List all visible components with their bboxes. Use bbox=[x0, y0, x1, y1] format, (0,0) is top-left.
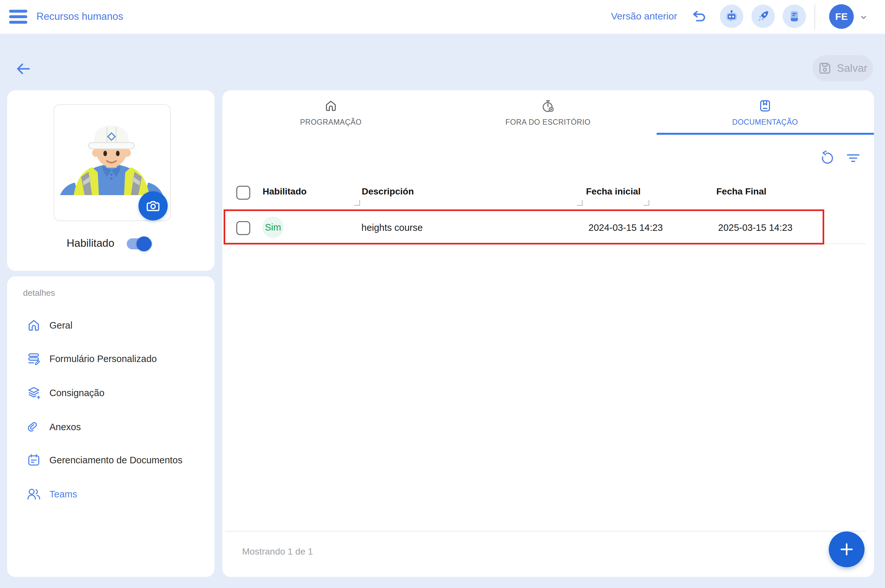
select-all-checkbox[interactable] bbox=[236, 186, 250, 200]
tab-fora-do-escritorio[interactable]: FORA DO ESCRITÓRIO bbox=[439, 90, 656, 134]
page-title: Recursos humanos bbox=[36, 11, 123, 22]
camera-icon bbox=[146, 198, 161, 213]
column-resize-handle[interactable] bbox=[354, 200, 360, 206]
tab-documentacao[interactable]: DOCUMENTAÇÃO bbox=[656, 90, 874, 134]
sidebar-item-gerenciamento-de-documentos[interactable]: Gerenciamento de Documentos bbox=[7, 444, 215, 476]
timer-off-icon bbox=[540, 98, 555, 113]
previous-version-link[interactable]: Versão anterior bbox=[611, 11, 677, 22]
sidebar-item-anexos[interactable]: Anexos bbox=[7, 411, 215, 442]
main-panel: PROGRAMAÇÃO FORA DO ESCRITÓRIO DOCUMENTA… bbox=[222, 90, 874, 577]
sidebar-item-label: Geral bbox=[50, 320, 72, 331]
people-icon bbox=[26, 486, 42, 502]
profile-card: Habilitado bbox=[7, 90, 215, 271]
sidebar-item-geral[interactable]: Geral bbox=[7, 310, 215, 341]
topbar-divider bbox=[814, 4, 815, 29]
bookmark-book-icon bbox=[758, 98, 772, 113]
row-highlight-annotation bbox=[224, 209, 824, 244]
add-document-button[interactable] bbox=[829, 531, 864, 567]
paperclip-icon bbox=[26, 419, 42, 435]
save-button[interactable]: Salvar bbox=[813, 55, 873, 81]
tab-label: FORA DO ESCRITÓRIO bbox=[506, 118, 590, 127]
notebook-icon bbox=[787, 9, 801, 23]
docs-button[interactable] bbox=[783, 4, 806, 28]
details-card: detalhes Geral Formulário Personalizado bbox=[7, 276, 215, 577]
enabled-toggle-knob[interactable] bbox=[137, 236, 152, 251]
sidebar-item-label: Formulário Personalizado bbox=[50, 354, 157, 364]
back-arrow-icon[interactable] bbox=[15, 60, 32, 77]
change-photo-button[interactable] bbox=[138, 191, 168, 220]
refresh-icon[interactable] bbox=[820, 150, 835, 165]
top-bar: Recursos humanos Versão anterior bbox=[0, 0, 885, 34]
sidebar-item-teams[interactable]: Teams bbox=[7, 478, 215, 510]
layers-plus-icon bbox=[26, 385, 42, 400]
filter-icon[interactable] bbox=[845, 150, 861, 166]
tab-label: DOCUMENTAÇÃO bbox=[732, 118, 798, 127]
enabled-label: Habilitado bbox=[67, 237, 114, 249]
home-icon bbox=[324, 98, 338, 113]
sidebar-item-consignacao[interactable]: Consignação bbox=[7, 377, 215, 408]
rocket-icon bbox=[756, 9, 770, 23]
hamburger-menu-icon[interactable] bbox=[9, 10, 27, 24]
column-header-descripcion[interactable]: Descripción bbox=[362, 186, 414, 197]
chevron-down-icon[interactable] bbox=[859, 12, 868, 22]
sidebar-item-formulario-personalizado[interactable]: Formulário Personalizado bbox=[7, 343, 215, 374]
save-button-label: Salvar bbox=[837, 62, 867, 74]
tab-programacao[interactable]: PROGRAMAÇÃO bbox=[222, 90, 439, 134]
sidebar-item-label: Anexos bbox=[50, 422, 81, 432]
launch-button[interactable] bbox=[751, 4, 775, 28]
details-section-title: detalhes bbox=[23, 288, 55, 298]
assistant-button[interactable] bbox=[720, 4, 743, 28]
undo-icon[interactable] bbox=[691, 9, 708, 26]
footer-divider bbox=[225, 531, 865, 531]
app-root: Recursos humanos Versão anterior bbox=[0, 0, 885, 588]
column-header-fecha-inicial[interactable]: Fecha inicial bbox=[586, 186, 641, 197]
robot-assistant-icon bbox=[724, 9, 739, 23]
sidebar-item-label: Teams bbox=[50, 489, 77, 500]
pagination-status: Mostrando 1 de 1 bbox=[242, 546, 313, 557]
user-avatar[interactable]: FE bbox=[829, 4, 854, 29]
tab-label: PROGRAMAÇÃO bbox=[300, 118, 362, 127]
active-tab-indicator bbox=[656, 133, 874, 135]
plus-icon bbox=[838, 541, 855, 558]
column-header-habilitado[interactable]: Habilitado bbox=[263, 186, 307, 197]
sidebar-item-label: Gerenciamento de Documentos bbox=[50, 455, 182, 466]
form-pencil-icon bbox=[26, 351, 42, 367]
column-header-fecha-final[interactable]: Fecha Final bbox=[716, 186, 766, 197]
sidebar-item-label: Consignação bbox=[50, 388, 104, 398]
column-resize-handle[interactable] bbox=[577, 200, 583, 206]
save-floppy-icon bbox=[818, 62, 832, 75]
home-icon bbox=[26, 318, 42, 333]
column-resize-handle[interactable] bbox=[644, 200, 649, 206]
calendar-icon bbox=[26, 452, 42, 468]
